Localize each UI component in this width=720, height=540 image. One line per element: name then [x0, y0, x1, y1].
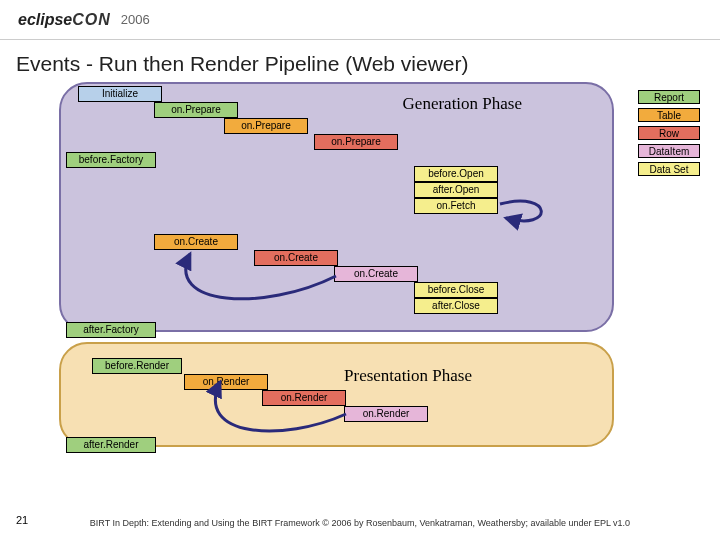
node-oncreate3: on.Create	[334, 266, 418, 282]
pipeline-diagram: Generation Phase Presentation Phase Repo…	[14, 82, 704, 482]
node-onrender1: on.Render	[184, 374, 268, 390]
node-onprepare1: on.Prepare	[154, 102, 238, 118]
node-oncreate1: on.Create	[154, 234, 238, 250]
node-onrender3: on.Render	[344, 406, 428, 422]
node-initialize: Initialize	[78, 86, 162, 102]
node-onprepare3: on.Prepare	[314, 134, 398, 150]
node-afterclose: after.Close	[414, 298, 498, 314]
node-beforerender: before.Render	[92, 358, 182, 374]
legend-report: Report	[638, 90, 700, 104]
brand-year: 2006	[121, 12, 150, 27]
header: eclipseCON 2006	[0, 0, 720, 40]
brand-left: eclipse	[18, 11, 72, 28]
footer-text: BIRT In Depth: Extending and Using the B…	[0, 518, 720, 528]
legend-row: Row	[638, 126, 700, 140]
presentation-title: Presentation Phase	[344, 366, 472, 386]
node-afteropen: after.Open	[414, 182, 498, 198]
node-beforeopen: before.Open	[414, 166, 498, 182]
legend-dataset: Data Set	[638, 162, 700, 176]
generation-phase: Generation Phase	[59, 82, 614, 332]
node-afterfactory: after.Factory	[66, 322, 156, 338]
node-oncreate2: on.Create	[254, 250, 338, 266]
node-onfetch: on.Fetch	[414, 198, 498, 214]
brand-logo: eclipseCON	[18, 11, 111, 29]
node-beforefactory: before.Factory	[66, 152, 156, 168]
node-onrender2: on.Render	[262, 390, 346, 406]
brand-right: CON	[72, 11, 111, 28]
legend-dataitem: DataItem	[638, 144, 700, 158]
page-title: Events - Run then Render Pipeline (Web v…	[0, 40, 720, 82]
legend: Report Table Row DataItem Data Set	[638, 90, 700, 180]
node-beforeclose: before.Close	[414, 282, 498, 298]
node-afterrender: after.Render	[66, 437, 156, 453]
node-onprepare2: on.Prepare	[224, 118, 308, 134]
generation-title: Generation Phase	[403, 94, 522, 114]
legend-table: Table	[638, 108, 700, 122]
